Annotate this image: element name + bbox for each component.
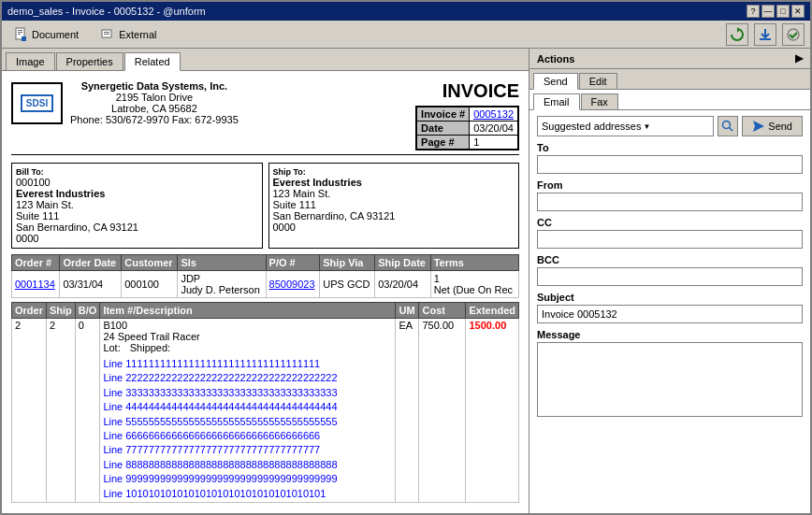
maximize-btn[interactable]: □ [776,5,790,18]
line-2: Line 22222222222222222222222222222222222… [103,371,392,385]
external-btn[interactable]: External [94,24,163,45]
search-btn[interactable] [718,116,738,136]
line-1: Line 1111111111111111111111111111111111 [103,357,392,371]
line-7: Line 7777777777777777777777777777777777 [103,443,392,457]
actions-tab-send[interactable]: Send [533,73,578,90]
download-btn[interactable] [754,23,776,46]
left-tabs: Image Properties Related [2,49,529,71]
document-icon [14,27,29,42]
col-po: P/O # [266,255,320,271]
col-order-date: Order Date [60,255,122,271]
svg-rect-6 [104,32,109,33]
email-tab[interactable]: Email [533,93,580,110]
minimize-btn[interactable]: — [761,5,775,18]
item-lot: Lot: [103,342,120,353]
right-panel: Actions ▶ Send Edit Email Fax Suggested … [529,49,810,513]
document-label: Document [32,29,79,40]
bill-to-name: Everest Industries [16,188,258,199]
svg-rect-3 [18,34,21,35]
invoice-num-value: 0005132 [470,107,518,122]
from-input[interactable] [537,193,803,211]
actions-expand-btn[interactable]: ▶ [795,52,803,64]
from-field-row: From [537,179,803,211]
actions-tab-edit[interactable]: Edit [579,73,617,89]
company-details: Synergetic Data Systems, Inc. 2195 Talon… [70,80,239,125]
line-items: Line 1111111111111111111111111111111111 … [103,357,392,501]
tab-image[interactable]: Image [6,52,55,70]
subject-input[interactable] [537,305,803,323]
ship-to-label: Ship To: [273,167,515,177]
message-textarea[interactable] [537,342,803,417]
bill-to-code: 0000 [16,233,258,244]
company-city: Latrobe, CA 95682 [70,103,239,114]
invoice-header: SDSI Synergetic Data Systems, Inc. 2195 … [11,80,519,155]
ship-to-city: San Bernardino, CA 93121 [273,210,515,222]
order-ship-via: UPS GCD [320,271,375,298]
actions-title: Actions [537,53,574,64]
title-bar: demo_sales - Invoice - 0005132 - @unform… [2,2,810,21]
tab-related[interactable]: Related [124,52,181,71]
svg-marker-13 [753,121,764,132]
company-logo: SDSI [11,82,63,124]
bill-to-addr2: Suite 111 [16,210,258,222]
order-date: 03/31/04 [60,271,122,298]
from-label: From [537,179,803,191]
bill-to-city: San Bernardino, CA 93121 [16,222,258,233]
svg-marker-8 [737,27,740,33]
tab-properties[interactable]: Properties [56,52,123,70]
suggested-addresses-dropdown[interactable]: Suggested addresses ▼ [537,116,714,136]
col-item-bo: B/O [75,303,100,319]
invoice-page-label: Page # [417,136,470,150]
terms-num: 1 [434,273,515,284]
col-item-order: Order [12,303,47,319]
toolbar: Document External [2,21,810,49]
refresh-btn[interactable] [726,23,748,46]
item-ship-qty: 2 [46,319,75,503]
line-9: Line 99999999999999999999999999999999999… [103,472,392,486]
svg-point-10 [788,29,799,40]
item-shipped: Shipped: [130,342,170,353]
message-field-row: Message [537,329,803,417]
col-item-desc: Item #/Description [100,303,396,319]
actions-tabs: Send Edit [529,69,810,90]
document-btn[interactable]: Document [7,24,85,45]
subject-field-row: Subject [537,292,803,323]
order-customer: 000100 [122,271,178,298]
item-extended: 1500.00 [466,319,519,503]
col-item-cost: Cost [419,303,466,319]
cc-input[interactable] [537,230,803,249]
check-btn[interactable] [782,23,805,46]
col-item-um: UM [396,303,419,319]
close-btn[interactable]: ✕ [791,5,805,18]
ship-to-box: Ship To: Everest Industries 123 Main St.… [268,163,520,249]
suggested-addresses-row: Suggested addresses ▼ Send [537,116,803,136]
bcc-input[interactable] [537,267,803,286]
bcc-field-row: BCC [537,254,803,286]
left-panel: Image Properties Related SDSI Synergetic… [2,49,529,513]
message-label: Message [537,329,803,340]
help-btn[interactable]: ? [747,5,760,18]
order-ship-date: 03/20/04 [375,271,431,298]
item-description: B100 24 Speed Trail Racer Lot: Shipped: … [100,319,396,503]
item-um: EA [396,319,419,503]
fax-tab[interactable]: Fax [581,93,618,109]
ship-to-code: 0000 [273,222,515,233]
cc-label: CC [537,217,803,228]
order-sls: JDP Judy D. Peterson [178,271,266,298]
dropdown-arrow-icon: ▼ [643,122,650,131]
external-icon [101,27,116,42]
invoice-content: SDSI Synergetic Data Systems, Inc. 2195 … [2,71,529,513]
send-action-btn[interactable]: Send [742,116,803,136]
ship-to-addr2: Suite 111 [273,199,515,210]
invoice-meta: Invoice # 0005132 Date 03/20/04 Page # [415,106,519,150]
invoice-date-value: 03/20/04 [470,122,518,136]
order-num: 0001134 [12,271,60,298]
sls-name: Judy D. Peterson [181,284,262,295]
cc-field-row: CC [537,217,803,249]
terms-desc: Net (Due On Rec [434,284,515,295]
item-order-qty: 2 [12,319,47,503]
line-5: Line 55555555555555555555555555555555555… [103,415,392,429]
to-input[interactable] [537,155,803,174]
main-content: Image Properties Related SDSI Synergetic… [2,49,810,513]
items-table: Order Ship B/O Item #/Description UM Cos… [11,302,519,503]
